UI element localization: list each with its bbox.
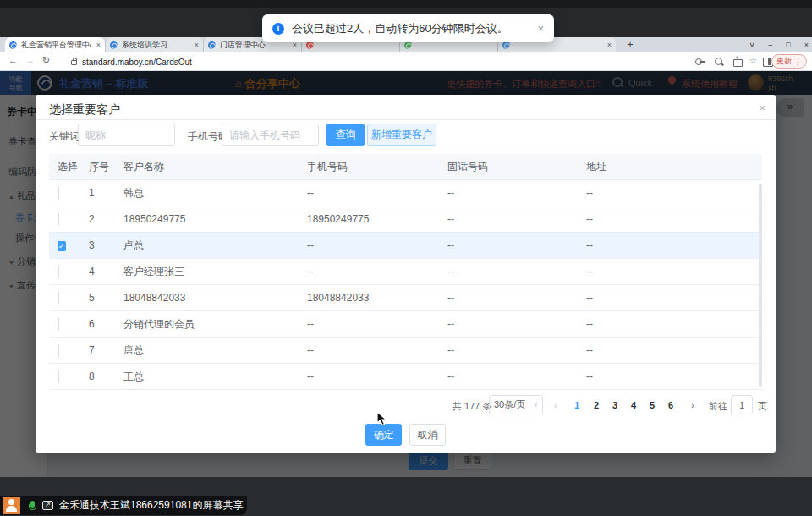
table-scrollbar[interactable] — [759, 184, 762, 387]
col-tel: 固话号码 — [439, 160, 578, 174]
toast-close-icon[interactable]: × — [537, 22, 544, 35]
row-checkbox[interactable] — [58, 186, 59, 200]
page-5[interactable]: 5 — [646, 400, 658, 410]
chevron-down-icon: ∨ — [533, 401, 538, 409]
table-row[interactable]: 6分销代理的会员 ------ — [49, 311, 762, 338]
divider — [36, 119, 776, 120]
pagination-total: 共 177 条 — [453, 400, 491, 413]
more-icon: ⋮ — [794, 58, 802, 66]
table-row[interactable]: 4客户经理张三 ------ — [49, 259, 762, 285]
row-checkbox[interactable] — [58, 212, 59, 226]
row-checkbox-checked[interactable]: ✓ — [58, 241, 66, 251]
browser-update-button[interactable]: 更新 ⋮ — [771, 54, 807, 69]
prev-page-icon[interactable]: ‹ — [554, 400, 557, 410]
col-name: 客户名称 — [115, 160, 299, 174]
tab-favicon — [9, 41, 17, 49]
page-2[interactable]: 2 — [590, 400, 602, 410]
goto-page-input[interactable] — [731, 395, 753, 414]
lock-icon — [71, 60, 77, 65]
table-row[interactable]: 8王总 ------ — [49, 364, 762, 390]
row-checkbox[interactable] — [58, 317, 59, 331]
page-size-select[interactable]: 30条/页 ∨ — [489, 395, 543, 414]
table-row[interactable]: 518048842033 18048842033---- — [49, 285, 762, 311]
window-controls: ∨ – □ × — [749, 37, 809, 52]
table-row-selected[interactable]: ✓ 3卢总 ------ — [49, 233, 762, 259]
url-text: standard.maboy.cn/CardsOut — [82, 58, 192, 67]
table-row[interactable]: 7唐总 ------ — [49, 338, 762, 364]
next-page-icon[interactable]: › — [691, 400, 694, 410]
close-window-icon[interactable]: × — [804, 41, 809, 49]
table-row[interactable]: 218950249775 18950249775---- — [49, 206, 762, 233]
meeting-toast: i 会议已超过2人，自动转为60分钟限时会议。 × — [262, 14, 554, 42]
tab-training[interactable]: 系统培训学习 × — [105, 37, 203, 52]
tab-search-icon[interactable]: ∨ — [749, 41, 755, 49]
back-icon[interactable]: ← — [8, 55, 18, 65]
page-3[interactable]: 3 — [609, 400, 621, 410]
tab-close-icon[interactable]: × — [602, 41, 612, 49]
page-size-value: 30条/页 — [494, 398, 525, 411]
url-bar[interactable]: standard.maboy.cn/CardsOut — [71, 55, 545, 69]
screen-share-bar: 金禾通技术王斌18662591081的屏幕共享 — [0, 496, 247, 515]
tab-close-icon[interactable]: × — [91, 41, 101, 49]
tab-title: 系统培训学习 — [122, 40, 167, 51]
mouse-cursor — [376, 411, 388, 426]
screen-share-icon — [42, 501, 53, 510]
presenter-icon — [3, 497, 20, 514]
tab-gift-admin[interactable]: 礼盒营销平台管理中心 × — [5, 37, 105, 52]
bookmark-star-icon[interactable]: ☆ — [749, 56, 757, 65]
modal-title: 选择重要客户 — [49, 102, 120, 118]
page-1[interactable]: 1 — [571, 400, 583, 410]
add-customer-button[interactable]: 新增重要客户 — [367, 124, 436, 146]
col-phone: 手机号码 — [299, 160, 439, 174]
goto-label: 前往 — [709, 400, 727, 413]
row-checkbox[interactable] — [58, 265, 59, 278]
update-label: 更新 — [776, 56, 792, 67]
cancel-button[interactable]: 取消 — [409, 424, 446, 446]
phone-input[interactable] — [222, 124, 319, 146]
screen: 礼盒营销平台管理中心 × 系统培训学习 × 门店管理中心 × × + ∨ — [0, 0, 812, 516]
table-row[interactable]: 1韩总 ------ — [49, 180, 762, 206]
modal-close-icon[interactable]: × — [759, 102, 765, 114]
share-bar-text: 金禾通技术王斌18662591081的屏幕共享 — [59, 498, 243, 513]
goto-suffix: 页 — [758, 400, 767, 413]
minimize-icon[interactable]: – — [768, 41, 772, 49]
col-select: 选择 — [49, 160, 81, 174]
confirm-button[interactable]: 确定 — [365, 424, 402, 446]
browser-addressbar: ← → ↻ standard.maboy.cn/CardsOut ☆ 更新 ⋮ — [0, 52, 812, 71]
microphone-icon — [29, 501, 36, 511]
tab-title: 门店管理中心 — [220, 40, 266, 51]
col-address: 地址 — [578, 160, 749, 174]
tab-title: 礼盒营销平台管理中心 — [21, 40, 91, 51]
select-customer-modal: 选择重要客户 × 关键词 手机号码 查询 新增重要客户 选择 序号 客户名称 手… — [36, 95, 776, 453]
col-index: 序号 — [81, 160, 115, 174]
row-checkbox[interactable] — [58, 291, 59, 305]
forward-icon[interactable]: → — [25, 55, 35, 65]
query-button[interactable]: 查询 — [326, 124, 365, 146]
info-icon: i — [272, 23, 284, 35]
page-4[interactable]: 4 — [628, 400, 639, 410]
toast-message: 会议已超过2人，自动转为60分钟限时会议。 — [292, 21, 508, 36]
row-checkbox[interactable] — [58, 370, 59, 383]
new-tab-button[interactable]: + — [624, 39, 636, 51]
table-header: 选择 序号 客户名称 手机号码 固话号码 地址 — [49, 154, 762, 180]
page-6[interactable]: 6 — [665, 400, 677, 410]
keyword-input[interactable] — [78, 124, 175, 146]
tab-close-icon[interactable]: × — [189, 41, 199, 49]
tab-favicon — [110, 41, 118, 49]
reload-icon[interactable]: ↻ — [42, 55, 50, 66]
keyword-label: 关键词 — [49, 129, 80, 144]
tab-favicon — [208, 41, 216, 49]
titlebar-top-strip — [0, 0, 812, 8]
maximize-icon[interactable]: □ — [786, 41, 790, 49]
row-checkbox[interactable] — [58, 343, 59, 357]
